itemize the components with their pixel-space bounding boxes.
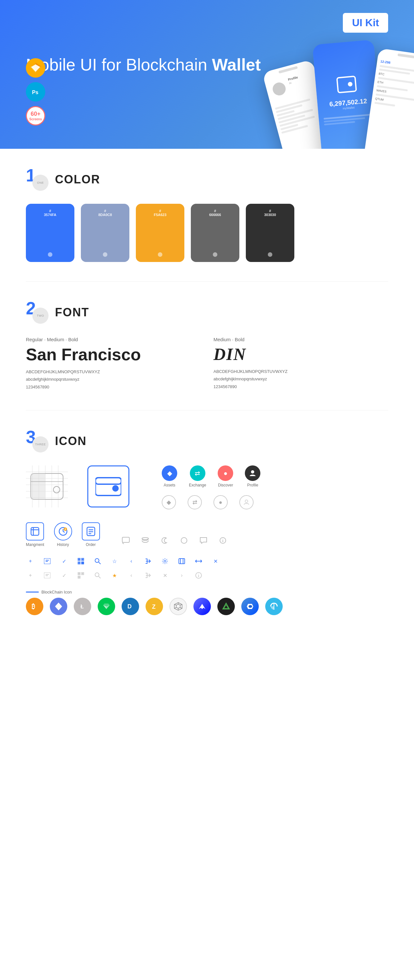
sketch-badge [26,58,45,78]
qr-icon-gray [76,571,85,580]
icon-colored-wallet [88,465,129,508]
assets-icon-outline: ◆ [162,495,176,509]
assets-outline-icon: ◆ [162,495,176,509]
dash-icon: D [122,598,139,615]
icon-section: 3 THREE ICON [0,410,414,635]
discover-icon: ● [218,465,233,481]
font-sf: Regular · Medium · Bold San Francisco AB… [26,337,201,391]
svg-marker-92 [176,604,180,608]
color-section-header: 1 ONE COLOR [26,168,388,191]
svg-rect-72 [82,573,83,574]
svg-rect-74 [79,577,80,578]
plus-icon: + [26,557,35,566]
svg-rect-70 [79,573,80,574]
close-icon-gray: ✕ [161,571,169,580]
profile-outline-icon [239,495,253,509]
svg-point-41 [142,538,148,539]
font-section-header: 2 TWO FONT [26,301,388,324]
bts-icon [265,598,283,615]
exchange-icon: ⇄ [190,465,205,481]
neo-icon [98,598,115,615]
screens-badge: 60+ Screens [26,106,45,126]
profile-icon-group: Profile [245,465,260,487]
discover-outline-icon: ● [213,495,228,509]
font-title: FONT [55,305,89,319]
info-icon [217,534,229,547]
blockchain-label: BlockChain Icon [26,590,388,595]
chat-icon [197,534,210,547]
list-icon [43,557,52,566]
zcash-icon: Z [145,598,163,615]
crypto-icons-row: ₿ Ł D [26,598,388,615]
svg-rect-58 [83,562,84,563]
icon-display-row: ◆ Assets ⇄ Exchange ● Discover [26,465,388,509]
discover-icon-outline: ● [213,495,228,509]
circle-icon [178,534,191,547]
order-icon [82,522,100,541]
crescent-icon [158,534,171,547]
nav-icons-area: ◆ Assets ⇄ Exchange ● Discover [162,465,260,509]
chevron-left-icon: ‹ [127,557,136,566]
icon-section-number: 3 THREE [26,430,49,452]
exchange-icon-outline: ⇄ [188,495,202,509]
color-swatches: #3574FA #8DA0C8 #F5A623 #666666 #303030 [26,204,388,262]
svg-text:Ł: Ł [81,604,84,609]
check-icon: ✓ [59,557,68,566]
svg-rect-54 [79,562,80,563]
svg-rect-26 [31,528,39,535]
order-icon-group: Order [82,522,100,547]
star-icon: ☆ [110,557,119,566]
share-icon [143,557,153,566]
next-icon-gray: › [177,571,186,580]
svg-rect-56 [83,563,84,564]
icon-title: ICON [55,434,87,448]
svg-rect-52 [82,559,83,560]
discover-icon-group: ● Discover [218,465,233,487]
svg-point-75 [95,573,99,577]
assets-icon-group: ◆ Assets [162,465,177,487]
swatch-slate: #8DA0C8 [81,204,129,262]
misc-icons-row [119,534,229,547]
svg-point-61 [164,560,166,562]
svg-point-42 [181,538,187,543]
svg-line-94 [180,605,182,605]
ardor-icon [193,598,211,615]
profile-icon [245,465,260,481]
color-section: 1 ONE COLOR #3574FA #8DA0C8 #F5A623 #666… [0,149,414,282]
swatch-gray: #666666 [191,204,239,262]
info-icon-gray [194,571,203,580]
profile-icon-outline [239,495,253,509]
svg-line-60 [99,562,100,564]
stack-icon [139,534,152,547]
close-icon: ✕ [211,557,220,566]
svg-text:Z: Z [152,603,156,610]
tool-icons-inactive: + ✓ ★ ‹ [26,571,388,580]
exchange-outline-icon: ⇄ [188,495,202,509]
svg-line-98 [174,605,176,605]
grid-icon [169,598,187,615]
svg-point-45 [223,539,223,539]
swatch-dark: #303030 [246,204,295,262]
assets-icon: ◆ [162,465,177,481]
svg-text:₿: ₿ [32,603,35,610]
settings-icon [161,557,169,566]
svg-point-24 [251,470,254,474]
hero-section: Mobile UI for Blockchain Wallet UI Kit P… [0,0,414,149]
svg-rect-22 [96,478,121,484]
hero-badges: Ps 60+ Screens [26,58,45,126]
phone-mockups: Profile AI 6,297,502.12 myWallet [275,39,414,149]
hero-title: Mobile UI for Blockchain Wallet [26,55,261,75]
svg-rect-55 [81,562,83,563]
history-icon-group: History [54,522,72,547]
svg-point-20 [53,487,60,493]
history-icon [54,522,72,541]
svg-point-59 [95,558,99,562]
ethereum-icon [50,598,67,615]
vert-icon [217,598,235,615]
svg-text:D: D [127,603,132,610]
exchange-icon-group: ⇄ Exchange [189,465,206,487]
color-title: COLOR [55,173,100,186]
svg-line-76 [99,576,100,578]
star-icon-active: ★ [110,571,119,580]
svg-rect-39 [122,537,129,542]
